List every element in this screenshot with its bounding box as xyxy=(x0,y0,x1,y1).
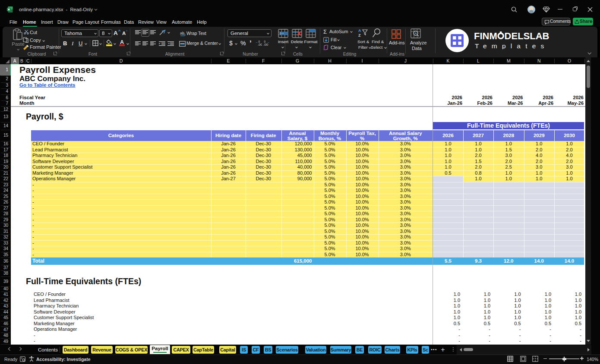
svg-text:0: 0 xyxy=(259,40,260,43)
svg-text:.00: .00 xyxy=(263,43,268,47)
svg-text:0: 0 xyxy=(264,40,266,43)
svg-text:DELSLAB: DELSLAB xyxy=(505,31,549,41)
svg-text:ab: ab xyxy=(180,31,184,35)
svg-text:.00: .00 xyxy=(258,43,262,47)
svg-text:FINM: FINM xyxy=(474,31,497,41)
svg-text:Z: Z xyxy=(358,33,361,38)
svg-text:A: A xyxy=(358,28,361,33)
